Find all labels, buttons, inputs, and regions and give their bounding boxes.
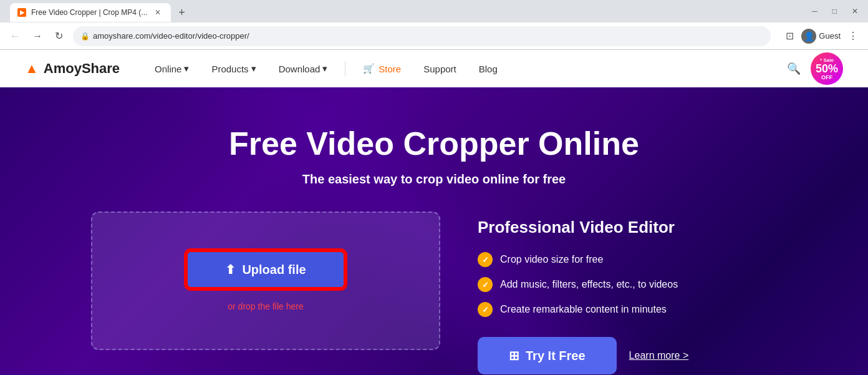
nav-download-label: Download xyxy=(279,64,321,74)
tab-close-button[interactable]: ✕ xyxy=(152,7,163,18)
feature-item-3: ✓ Create remarkable content in minutes xyxy=(478,302,752,317)
tab-bar: ▶ Free Video Cropper | Crop MP4 (... ✕ + xyxy=(5,1,195,22)
drop-text-link[interactable]: file xyxy=(272,301,284,311)
upload-section: ⬆ Upload file or drop the file here xyxy=(91,212,440,374)
address-bar: ← → ↻ 🔒 ⊡ 👤 Guest ⋮ xyxy=(0,22,868,50)
drop-text: or drop the file here xyxy=(228,301,303,311)
minimize-button[interactable]: ─ xyxy=(807,4,822,18)
check-icon-1: ✓ xyxy=(478,252,493,267)
back-button[interactable]: ← xyxy=(7,28,22,44)
upload-button-label: Upload file xyxy=(242,263,306,277)
upload-area[interactable]: ⬆ Upload file or drop the file here xyxy=(91,212,440,350)
check-icon-2: ✓ xyxy=(478,277,493,292)
nav-blog[interactable]: Blog xyxy=(469,59,508,79)
tab-search-button[interactable]: ⊡ xyxy=(783,27,796,44)
sale-badge-off: OFF xyxy=(821,74,832,80)
refresh-button[interactable]: ↻ xyxy=(52,27,65,44)
drop-text-before: or drop the xyxy=(228,301,272,311)
logo[interactable]: ▲ AmoyShare xyxy=(25,61,120,77)
new-tab-button[interactable]: + xyxy=(173,4,190,22)
tab-favicon: ▶ xyxy=(17,8,26,17)
nav-store[interactable]: 🛒 Store xyxy=(353,58,411,79)
forward-button[interactable]: → xyxy=(30,28,45,44)
website: ▲ AmoyShare Online ▾ Products ▾ Download… xyxy=(0,50,868,375)
nav-support-label: Support xyxy=(423,64,456,74)
feature-label-1: Crop video size for free xyxy=(500,254,603,265)
browser-actions: ⊡ 👤 Guest ⋮ xyxy=(783,27,861,44)
nav-products[interactable]: Products ▾ xyxy=(201,58,266,79)
check-icon-3: ✓ xyxy=(478,302,493,317)
hero-section: Free Video Cropper Online The easiest wa… xyxy=(0,87,868,375)
panel-title: Professional Video Editor xyxy=(478,218,752,237)
drop-text-after: here xyxy=(284,301,304,311)
active-tab[interactable]: ▶ Free Video Cropper | Crop MP4 (... ✕ xyxy=(10,3,171,22)
try-free-label: Try It Free xyxy=(526,349,586,363)
profile-button[interactable]: 👤 Guest xyxy=(801,29,841,44)
hero-title: Free Video Cropper Online xyxy=(229,125,639,162)
title-bar: ▶ Free Video Cropper | Crop MP4 (... ✕ +… xyxy=(0,0,868,22)
address-wrapper: 🔒 xyxy=(73,26,771,46)
upload-button[interactable]: ⬆ Upload file xyxy=(186,250,345,289)
address-input[interactable] xyxy=(73,26,771,46)
feature-label-2: Add music, filters, effects, etc., to vi… xyxy=(500,279,678,290)
logo-text: AmoyShare xyxy=(44,61,120,77)
nav-online-label: Online xyxy=(155,64,181,74)
learn-more-link[interactable]: Learn more > xyxy=(629,350,689,361)
tab-title: Free Video Cropper | Crop MP4 (... xyxy=(31,8,147,17)
feature-item-2: ✓ Add music, filters, effects, etc., to … xyxy=(478,277,752,292)
nav-download[interactable]: Download ▾ xyxy=(269,58,338,79)
logo-icon: ▲ xyxy=(25,61,39,77)
profile-label: Guest xyxy=(819,31,841,41)
nav-online-chevron: ▾ xyxy=(184,63,189,74)
maximize-button[interactable]: □ xyxy=(827,4,842,18)
site-header: ▲ AmoyShare Online ▾ Products ▾ Download… xyxy=(0,50,868,87)
nav-store-label: Store xyxy=(379,64,401,74)
nav-divider xyxy=(345,61,345,76)
panel-actions: ⊞ Try It Free Learn more > xyxy=(478,337,752,374)
nav-online[interactable]: Online ▾ xyxy=(145,58,199,79)
right-panel: Professional Video Editor ✓ Crop video s… xyxy=(478,212,752,374)
nav-blog-label: Blog xyxy=(479,64,498,74)
hero-subtitle: The easiest way to crop video online for… xyxy=(302,172,566,187)
windows-icon: ⊞ xyxy=(509,348,519,363)
sale-badge-percent: 50% xyxy=(816,63,838,74)
feature-item-1: ✓ Crop video size for free xyxy=(478,252,752,267)
lock-icon: 🔒 xyxy=(80,32,90,41)
nav-menu: Online ▾ Products ▾ Download ▾ 🛒 Store S… xyxy=(145,58,782,79)
search-icon[interactable]: 🔍 xyxy=(782,57,806,80)
window-controls: ─ □ ✕ xyxy=(807,4,863,18)
nav-products-label: Products xyxy=(211,64,248,74)
feature-label-3: Create remarkable content in minutes xyxy=(500,304,667,315)
store-cart-icon: 🛒 xyxy=(363,63,375,74)
nav-download-chevron: ▾ xyxy=(322,63,327,74)
try-free-button[interactable]: ⊞ Try It Free xyxy=(478,337,617,374)
close-button[interactable]: ✕ xyxy=(847,4,863,18)
sale-badge[interactable]: * Sale 50% OFF xyxy=(811,52,843,85)
browser-chrome: ▶ Free Video Cropper | Crop MP4 (... ✕ +… xyxy=(0,0,868,50)
hero-content: ⬆ Upload file or drop the file here Prof… xyxy=(91,212,777,374)
nav-support[interactable]: Support xyxy=(413,59,466,79)
menu-button[interactable]: ⋮ xyxy=(846,27,861,44)
feature-list: ✓ Crop video size for free ✓ Add music, … xyxy=(478,252,752,317)
profile-icon: 👤 xyxy=(801,29,816,44)
upload-icon: ⬆ xyxy=(225,262,236,277)
nav-products-chevron: ▾ xyxy=(251,63,256,74)
